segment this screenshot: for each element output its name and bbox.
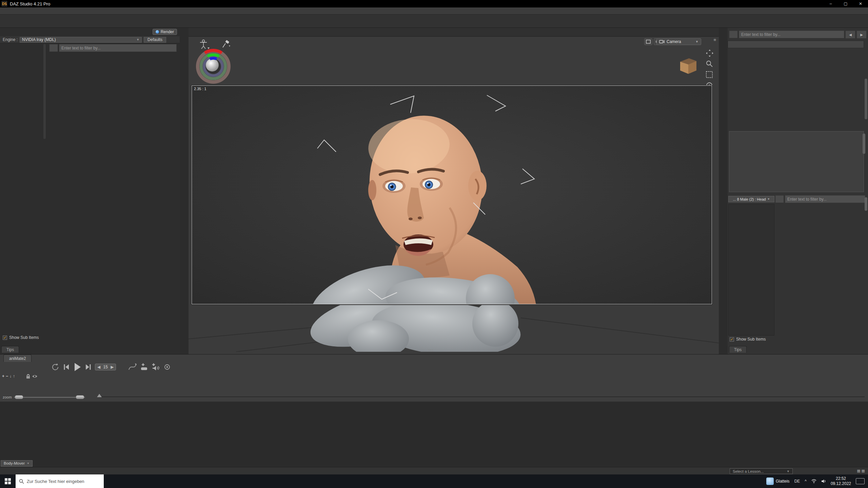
- play-icon[interactable]: [73, 363, 81, 371]
- window-title: DAZ Studio 4.21 Pro: [10, 1, 50, 6]
- keyboard-language[interactable]: DE: [794, 479, 800, 484]
- status-corner-icons[interactable]: ▦▦: [857, 469, 866, 473]
- remove-track-icon[interactable]: −: [6, 374, 8, 379]
- chevron-down-icon: ▼: [136, 38, 139, 41]
- render-frame[interactable]: 2.35 : 1: [192, 85, 712, 304]
- frame-counter[interactable]: ◀ 15 ▶: [95, 364, 116, 370]
- defaults-button[interactable]: Defaults: [144, 37, 166, 43]
- scene-filter-input[interactable]: [739, 30, 844, 38]
- animate-clips-row: Body-Mover ▼: [0, 460, 868, 467]
- parameters-filter-input[interactable]: [785, 195, 865, 203]
- frame-forward-icon[interactable]: ▶: [111, 365, 114, 369]
- pane-splitter-handle[interactable]: ••••••: [425, 349, 437, 351]
- pose-controls-column: [775, 195, 865, 344]
- viewport-pane: Camera ▼ ≡ 2.35 : 1: [189, 28, 719, 354]
- zoom-handle-right[interactable]: [76, 395, 84, 399]
- render-button-label: Render: [161, 29, 174, 34]
- engine-label: Engine :: [3, 37, 18, 42]
- clock[interactable]: 22:52 09.12.2022: [831, 476, 851, 486]
- viewport-tabs: [189, 28, 719, 37]
- go-to-end-icon[interactable]: [85, 364, 92, 370]
- show-sub-items-label: Show Sub Items: [736, 337, 766, 342]
- zoom-handle-left[interactable]: [15, 395, 23, 399]
- start-button[interactable]: [0, 474, 16, 488]
- aspect-ratio-label: 2.35 : 1: [194, 87, 206, 91]
- nav-back-button[interactable]: ◀: [845, 30, 855, 39]
- daz-studio-window: DS DAZ Studio 4.21 Pro – ▢ ✕ Render Engi…: [0, 0, 868, 488]
- visibility-icon[interactable]: [32, 374, 38, 378]
- chevron-down-icon: ▼: [787, 470, 790, 473]
- tray-expand-icon[interactable]: ^: [805, 479, 807, 484]
- chevron-down-icon: ▼: [767, 198, 770, 201]
- parameters-groups-list: [728, 204, 774, 336]
- viewport-canvas[interactable]: Camera ▼ ≡ 2.35 : 1: [189, 37, 719, 352]
- motion-curve-icon[interactable]: [128, 363, 137, 371]
- render-sphere-icon: [156, 30, 159, 34]
- left-pane-tabstrip: [180, 30, 189, 354]
- nav-forward-button[interactable]: ▶: [856, 30, 867, 39]
- add-audio-icon[interactable]: [151, 363, 160, 371]
- node-info-scrollbar[interactable]: [863, 134, 865, 154]
- close-button[interactable]: ✕: [853, 0, 868, 7]
- taskbar-search[interactable]: Zur Suche Text hier eingeben: [16, 474, 104, 488]
- zoom-tool-icon[interactable]: [705, 60, 714, 68]
- view-cube-gizmo[interactable]: [677, 56, 698, 76]
- show-sub-items-left[interactable]: ✓ Show Sub Items: [3, 335, 39, 340]
- orbit-tool-icon[interactable]: [705, 49, 714, 58]
- checkbox-checked-icon[interactable]: ✓: [3, 336, 7, 340]
- params-filter-input[interactable]: [59, 44, 177, 52]
- lesson-selector[interactable]: Select a Lesson... ▼: [730, 468, 793, 474]
- viewport-floor: [189, 305, 719, 352]
- move-track-up-icon[interactable]: ↑: [13, 374, 15, 379]
- timeline-ruler[interactable]: [52, 373, 868, 379]
- engine-row: Engine : NVIDIA Iray (MDL) ▼ Defaults: [0, 36, 180, 43]
- tips-tab-left[interactable]: Tips: [1, 346, 19, 353]
- add-track-icon[interactable]: +: [2, 374, 4, 379]
- frame-back-icon[interactable]: ◀: [97, 365, 100, 369]
- clip-set-selector[interactable]: Body-Mover ▼: [1, 460, 33, 467]
- parameters-node-selector[interactable]: ... 8 Male (2) : Head ▼: [728, 196, 774, 202]
- animate-settings-icon[interactable]: [163, 363, 171, 371]
- scene-scrollbar[interactable]: [865, 79, 867, 119]
- render-button[interactable]: Render: [153, 29, 177, 35]
- animate2-toolbar: ◀ 15 ▶: [51, 363, 171, 371]
- engine-select[interactable]: NVIDIA Iray (MDL) ▼: [20, 37, 142, 43]
- system-tray: Glatteis DE ^ 22:52 09.12.2022: [766, 476, 868, 486]
- loop-icon[interactable]: [51, 363, 60, 371]
- checkbox-checked-icon[interactable]: ✓: [730, 337, 734, 342]
- search-icon[interactable]: [775, 195, 784, 203]
- timeline-range-marker[interactable]: [97, 394, 102, 397]
- zoom-slider[interactable]: [14, 397, 85, 398]
- weather-widget[interactable]: Glatteis: [766, 477, 790, 485]
- viewport-options-icon[interactable]: ≡: [713, 37, 716, 42]
- tips-tab-right[interactable]: Tips: [729, 346, 747, 353]
- weather-icon: [766, 477, 774, 485]
- go-to-start-icon[interactable]: [63, 364, 70, 370]
- categories-scrollbar[interactable]: [43, 44, 46, 139]
- show-sub-items-label: Show Sub Items: [9, 335, 39, 340]
- viewport-rotation-gizmo[interactable]: [195, 47, 232, 84]
- animate2-tab[interactable]: aniMate2: [3, 354, 32, 362]
- camera-selector[interactable]: Camera ▼: [656, 38, 701, 45]
- search-icon[interactable]: [49, 44, 58, 52]
- show-sub-items-right[interactable]: ✓ Show Sub Items: [730, 337, 766, 342]
- network-icon[interactable]: [811, 479, 816, 483]
- frame-tool-icon[interactable]: [705, 70, 714, 79]
- aspect-frame-button[interactable]: [644, 38, 652, 45]
- chevron-down-icon: ▼: [27, 462, 29, 465]
- volume-icon[interactable]: [821, 479, 826, 483]
- parameters-scrollbar[interactable]: [865, 197, 867, 211]
- clip-set-label: Body-Mover: [4, 461, 25, 465]
- search-icon[interactable]: [729, 30, 738, 38]
- minimize-button[interactable]: –: [823, 0, 838, 7]
- add-block-icon[interactable]: [140, 363, 148, 371]
- empty-dock-area: [0, 402, 868, 460]
- action-center-icon[interactable]: [856, 478, 865, 484]
- move-track-down-icon[interactable]: ↓: [9, 374, 12, 379]
- engine-value: NVIDIA Iray (MDL): [22, 37, 56, 42]
- taskbar-search-placeholder: Zur Suche Text hier eingeben: [27, 479, 84, 484]
- lock-icon[interactable]: [26, 374, 31, 379]
- animate2-pane: aniMate2 ◀ 15 ▶ + − ↓ ↑ zoo: [0, 354, 868, 402]
- scene-tree-header: [728, 41, 864, 48]
- maximize-button[interactable]: ▢: [838, 0, 853, 7]
